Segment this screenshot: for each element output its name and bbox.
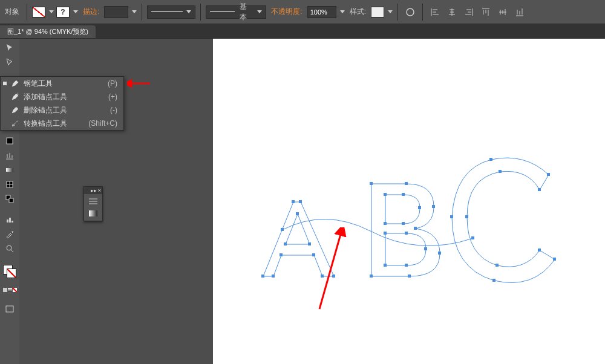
document-tab-bar: 图_1* @ 94% (CMYK/预览)	[0, 24, 605, 39]
dropdown-icon[interactable]	[49, 10, 54, 13]
collapse-icon[interactable]: ▸▸	[91, 188, 97, 193]
floating-panel[interactable]: ▸▸ ×	[83, 186, 103, 221]
opacity-label[interactable]: 不透明度:	[271, 7, 302, 17]
artwork-paths	[213, 39, 605, 364]
svg-rect-16	[292, 200, 295, 203]
zoom-tool-icon[interactable]	[2, 242, 18, 255]
svg-point-9	[7, 245, 11, 250]
pen-minus-icon: -	[9, 106, 21, 114]
panel-header[interactable]: ▸▸ ×	[84, 187, 102, 194]
svg-rect-15	[261, 275, 264, 278]
blend-tool-icon[interactable]	[2, 192, 18, 206]
annotation-arrow-icon	[312, 227, 348, 312]
flyout-shortcut: (-)	[110, 106, 117, 114]
panel-body	[84, 194, 102, 221]
flyout-shortcut: (P)	[108, 79, 117, 88]
dropdown-icon	[186, 10, 191, 13]
svg-rect-24	[308, 242, 311, 245]
dropdown-icon[interactable]	[73, 10, 78, 13]
paragraph-icon[interactable]	[88, 198, 98, 205]
brush-dropdown[interactable]: 基本	[206, 5, 266, 19]
svg-rect-40	[424, 247, 427, 250]
svg-rect-49	[495, 264, 499, 267]
align-middle-v-icon[interactable]	[495, 5, 510, 19]
svg-rect-8	[11, 221, 13, 223]
svg-rect-39	[405, 264, 408, 267]
recolor-icon[interactable]	[403, 5, 417, 19]
stroke-weight-input[interactable]	[104, 6, 128, 18]
dropdown-icon[interactable]	[340, 10, 345, 13]
align-right-icon[interactable]	[462, 5, 476, 19]
svg-rect-54	[471, 236, 474, 239]
svg-rect-34	[402, 222, 405, 225]
gradient-tool-icon[interactable]	[2, 163, 18, 177]
control-bar: 对象 ? 描边: 基本 不透明度: 样式:	[0, 0, 605, 24]
svg-rect-46	[492, 279, 495, 282]
flyout-item-pen[interactable]: 钢笔工具 (P)	[1, 77, 123, 90]
flyout-label: 添加锚点工具	[21, 92, 108, 102]
direct-selection-tool-icon[interactable]	[2, 56, 18, 69]
artboard-tool-icon[interactable]	[2, 134, 18, 148]
divider	[142, 4, 142, 21]
pen-plus-icon: +	[9, 93, 21, 101]
gradient-panel-icon[interactable]	[88, 210, 98, 217]
dropdown-icon	[257, 10, 262, 13]
svg-rect-32	[408, 275, 411, 278]
eyedropper-tool-icon[interactable]	[2, 227, 18, 241]
svg-rect-7	[9, 218, 11, 223]
svg-rect-14	[89, 210, 97, 216]
divider	[422, 4, 423, 21]
graphic-style-swatch[interactable]	[371, 7, 384, 18]
svg-rect-50	[465, 215, 468, 218]
fill-stroke-swatch[interactable]	[2, 261, 18, 282]
convert-anchor-icon	[9, 119, 21, 128]
flyout-shortcut: (Shift+C)	[88, 119, 117, 128]
mesh-tool-icon[interactable]	[2, 178, 18, 191]
svg-rect-44	[489, 158, 492, 161]
screen-mode-icon[interactable]	[2, 302, 18, 316]
document-tab[interactable]: 图_1* @ 94% (CMYK/预览)	[0, 25, 96, 38]
svg-rect-36	[402, 193, 405, 196]
svg-point-0	[407, 8, 414, 16]
svg-rect-27	[370, 182, 373, 185]
svg-rect-38	[384, 264, 387, 267]
column-graph-tool-icon[interactable]	[2, 213, 18, 226]
svg-rect-26	[370, 275, 373, 278]
selection-tool-icon[interactable]	[2, 41, 18, 54]
flyout-item-delete-anchor[interactable]: - 删除锚点工具 (-)	[1, 103, 123, 117]
fill-swatch[interactable]	[32, 7, 45, 18]
align-center-h-icon[interactable]	[445, 5, 459, 19]
opacity-input[interactable]	[307, 6, 336, 18]
flyout-item-convert-anchor[interactable]: 转换锚点工具 (Shift+C)	[1, 117, 123, 130]
flyout-shortcut: (+)	[108, 93, 117, 101]
menu-label[interactable]: 对象	[5, 7, 19, 17]
svg-rect-21	[280, 253, 283, 256]
svg-rect-43	[547, 173, 550, 176]
svg-rect-35	[418, 206, 421, 209]
flyout-label: 钢笔工具	[21, 79, 108, 89]
align-top-icon[interactable]	[479, 5, 493, 19]
svg-rect-41	[405, 232, 408, 235]
artboard-canvas[interactable]	[213, 39, 605, 364]
svg-rect-30	[414, 227, 417, 230]
svg-rect-45	[450, 215, 453, 218]
stroke-swatch[interactable]: ?	[56, 7, 70, 18]
align-left-icon[interactable]	[428, 5, 442, 19]
pen-icon	[9, 79, 21, 88]
dropdown-icon[interactable]	[132, 10, 137, 13]
svg-rect-2	[6, 168, 13, 172]
graph-tool-icon[interactable]	[2, 149, 18, 162]
svg-rect-1	[7, 138, 13, 144]
svg-rect-31	[438, 252, 441, 255]
dropdown-icon[interactable]	[388, 10, 393, 13]
stroke-profile-dropdown[interactable]	[147, 5, 195, 19]
stroke-label[interactable]: 描边:	[83, 7, 99, 17]
svg-text:+: +	[17, 93, 19, 96]
svg-rect-6	[7, 219, 8, 223]
svg-rect-22	[272, 275, 275, 278]
style-label[interactable]: 样式:	[350, 7, 366, 17]
flyout-item-add-anchor[interactable]: + 添加锚点工具 (+)	[1, 90, 123, 103]
align-bottom-icon[interactable]	[512, 5, 527, 19]
close-icon[interactable]: ×	[98, 188, 101, 193]
color-mode-icons[interactable]	[2, 283, 18, 296]
